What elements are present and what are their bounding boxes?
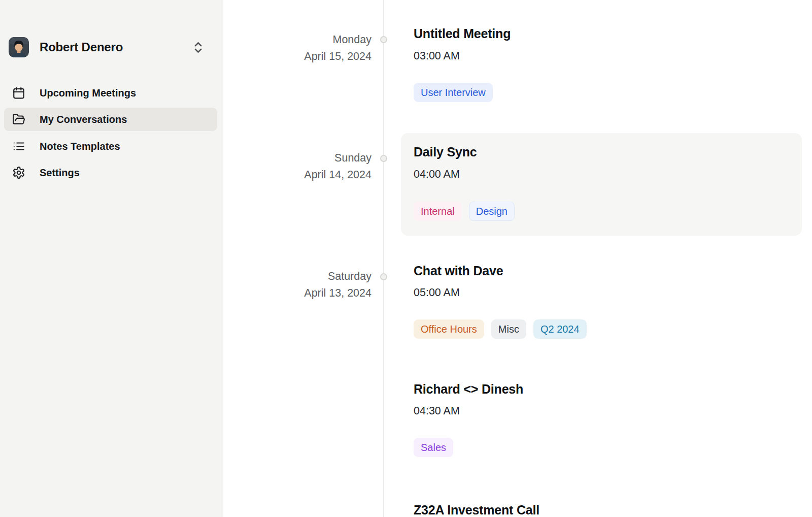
meeting-title[interactable]: Daily Sync — [414, 145, 477, 159]
meeting-time: 03:00 AM — [414, 50, 460, 62]
meeting-title[interactable]: Chat with Dave — [414, 264, 503, 278]
conversations-timeline: Monday April 15, 2024 Sunday April 14, 2… — [224, 0, 812, 517]
timeline-date-label: April 15, 2024 — [234, 48, 371, 65]
sidebar: Robert Denero Upcoming Meetings My Conve… — [0, 0, 223, 517]
list-icon — [12, 140, 25, 153]
sidebar-item-upcoming-meetings[interactable]: Upcoming Meetings — [4, 81, 217, 105]
timeline-dot — [380, 36, 387, 43]
timeline-date-label: April 13, 2024 — [234, 285, 371, 302]
tag-user-interview[interactable]: User Interview — [414, 83, 493, 102]
tag-design[interactable]: Design — [469, 202, 515, 221]
meeting-time: 05:00 AM — [414, 286, 460, 299]
timeline-day-label: Monday — [234, 31, 371, 48]
user-name: Robert Denero — [40, 40, 123, 54]
meeting-tags: Office Hours Misc Q2 2024 — [414, 319, 587, 339]
timeline-dot — [380, 273, 387, 280]
folder-open-icon — [12, 113, 25, 126]
meeting-title[interactable]: Richard <> Dinesh — [414, 382, 523, 397]
sidebar-item-settings[interactable]: Settings — [4, 161, 217, 184]
tag-internal[interactable]: Internal — [414, 202, 462, 221]
sidebar-item-label: My Conversations — [40, 114, 127, 125]
meeting-time: 04:00 AM — [414, 168, 460, 181]
timeline-dot — [380, 155, 387, 162]
timeline-day-label: Saturday — [234, 268, 371, 285]
timeline-day-label: Sunday — [234, 150, 371, 167]
timeline-date-label: April 14, 2024 — [234, 167, 371, 183]
tag-misc[interactable]: Misc — [491, 319, 526, 339]
tag-q2-2024[interactable]: Q2 2024 — [533, 319, 587, 339]
timeline-date: Saturday April 13, 2024 — [234, 268, 371, 302]
tag-sales[interactable]: Sales — [414, 438, 453, 457]
calendar-icon — [12, 86, 25, 100]
timeline-date: Sunday April 14, 2024 — [234, 150, 371, 183]
gear-icon — [12, 166, 25, 179]
avatar — [9, 37, 29, 57]
meeting-tags: User Interview — [414, 83, 493, 102]
sidebar-item-label: Upcoming Meetings — [40, 87, 136, 99]
sidebar-item-label: Settings — [40, 167, 80, 179]
timeline-date: Monday April 15, 2024 — [234, 31, 371, 65]
meeting-title[interactable]: Z32A Investment Call — [414, 503, 539, 517]
meeting-tags: Internal Design — [414, 202, 515, 221]
meeting-title[interactable]: Untitled Meeting — [414, 26, 511, 41]
user-profile[interactable]: Robert Denero — [0, 37, 223, 57]
sidebar-item-label: Notes Templates — [40, 141, 120, 152]
meeting-time: 04:30 AM — [414, 405, 460, 417]
tag-office-hours[interactable]: Office Hours — [414, 319, 484, 339]
sidebar-item-my-conversations[interactable]: My Conversations — [4, 108, 217, 131]
meeting-tags: Sales — [414, 438, 453, 457]
timeline-line — [383, 0, 384, 517]
sidebar-item-notes-templates[interactable]: Notes Templates — [4, 135, 217, 158]
meeting-notes-app: Robert Denero Upcoming Meetings My Conve… — [0, 0, 812, 517]
chevrons-up-down-icon[interactable] — [191, 41, 205, 54]
